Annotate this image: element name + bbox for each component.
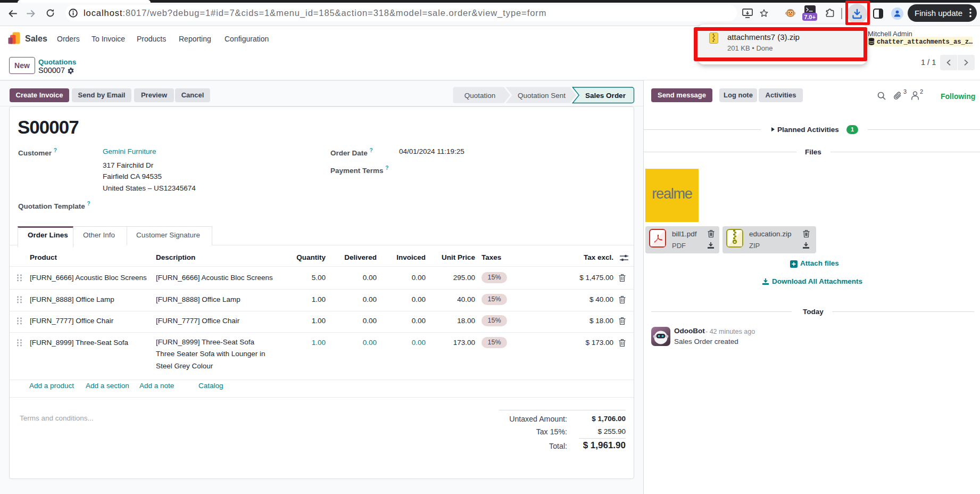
svg-text:Sales Order: Sales Order (585, 92, 626, 100)
svg-text:Quotation: Quotation (464, 92, 496, 100)
svg-text:Quotation Sent: Quotation Sent (518, 92, 566, 100)
svg-text:7.0+: 7.0+ (804, 14, 816, 20)
